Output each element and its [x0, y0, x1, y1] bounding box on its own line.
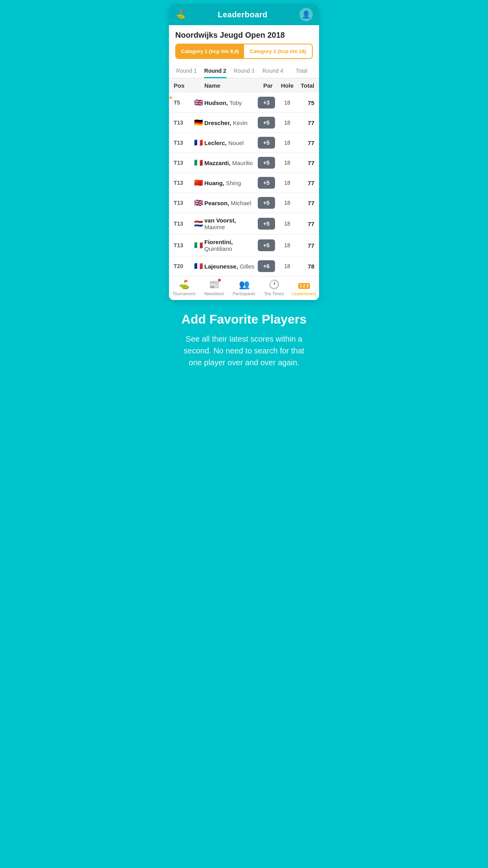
flag-cell: 🇩🇪 — [193, 118, 204, 127]
name-cell: Leclerc, Nouel — [204, 140, 258, 146]
col-header-hole: Hole — [278, 82, 296, 89]
category-tab-2[interactable]: Category 2 (hcp t/m 18) — [244, 44, 312, 58]
nav-participants[interactable]: 👥 Participants — [229, 280, 259, 296]
col-header-name: Name — [204, 82, 258, 89]
name-cell: Fiorentini, Quintiliano — [204, 239, 258, 252]
nav-leaderboard[interactable]: 1 2 3 Leaderboard — [289, 280, 319, 296]
table-row[interactable]: T13 🇫🇷 Leclerc, Nouel +5 18 77 — [169, 133, 319, 153]
nav-tournament-label: Tournament — [172, 291, 195, 296]
name-bold: Mazzanti, — [204, 160, 231, 166]
newsfeed-icon: 📰 — [209, 280, 219, 290]
name-light: Michael — [229, 200, 251, 206]
hole-cell: 18 — [278, 242, 296, 248]
flag-cell: 🇬🇧 — [193, 199, 204, 207]
nav-teetimes[interactable]: 🕐 Tee Times — [259, 280, 289, 296]
name-bold: Huang, — [204, 180, 224, 186]
hole-cell: 18 — [278, 140, 296, 146]
tab-round1[interactable]: Round 1 — [172, 64, 201, 78]
tab-round3[interactable]: Round 3 — [229, 64, 258, 78]
avatar[interactable]: 👤 — [299, 8, 313, 21]
pos-cell: T13 — [174, 242, 183, 248]
hole-cell: 18 — [278, 200, 296, 206]
par-cell: +5 — [258, 157, 278, 169]
table-row[interactable]: T13 🇩🇪 Drescher, Kevin +5 18 77 — [169, 113, 319, 133]
total-cell: 77 — [296, 242, 314, 249]
pos-cell: T13 — [174, 221, 183, 227]
par-badge: +5 — [258, 157, 275, 169]
tournament-title: Noordwijks Jeugd Open 2018 — [169, 25, 319, 44]
name-light: Maxime — [204, 224, 225, 230]
bottom-nav: ⛳ Tournament 📰 Newsfeed 👥 Participants 🕐… — [169, 276, 319, 300]
app-card: ⛳ Leaderboard 👤 Noordwijks Jeugd Open 20… — [169, 4, 319, 300]
table-row[interactable]: T20 🇫🇷 Lajeunesse, Gilles +6 18 78 — [169, 256, 319, 276]
nav-newsfeed[interactable]: 📰 Newsfeed — [199, 280, 229, 296]
col-header-pos: Pos — [174, 82, 193, 89]
tab-total[interactable]: Total — [287, 64, 316, 78]
header-title: Leaderboard — [218, 10, 268, 19]
par-badge: +5 — [258, 137, 275, 149]
participants-icon: 👥 — [239, 280, 250, 290]
name-bold: Lajeunesse, — [204, 263, 238, 270]
header-bar: ⛳ Leaderboard 👤 — [169, 4, 319, 25]
tab-round4[interactable]: Round 4 — [259, 64, 287, 78]
promo-text: See all their latest scores within a sec… — [177, 333, 311, 368]
flag-cell: 🇫🇷 — [193, 138, 204, 147]
golf-icon: ⛳ — [175, 9, 186, 20]
par-badge: +5 — [258, 177, 275, 189]
teetimes-icon: 🕐 — [269, 280, 279, 290]
leaderboard-table: ★ T5 🇬🇧 Hudson, Toby +3 18 75 T13 🇩🇪 — [169, 93, 319, 276]
nav-tournament[interactable]: ⛳ Tournament — [169, 280, 199, 296]
hole-cell: 18 — [278, 160, 296, 166]
name-cell: Pearson, Michael — [204, 200, 258, 206]
flag-cell: 🇬🇧 — [193, 98, 204, 107]
pos-cell: T13 — [174, 120, 183, 126]
promo-section: Add Favorite Players See all their lates… — [169, 300, 319, 384]
total-cell: 78 — [296, 263, 314, 270]
pos-cell: T5 — [174, 99, 180, 106]
flag-cell: 🇮🇹 — [193, 158, 204, 167]
name-bold: van Voorst, — [204, 217, 236, 224]
table-row[interactable]: T13 🇮🇹 Fiorentini, Quintiliano +5 18 77 — [169, 235, 319, 256]
nav-teetimes-label: Tee Times — [264, 291, 284, 296]
hole-cell: 18 — [278, 99, 296, 106]
table-row[interactable]: T13 🇬🇧 Pearson, Michael +5 18 77 — [169, 193, 319, 213]
par-cell: +5 — [258, 197, 278, 209]
person-icon: 👤 — [302, 10, 310, 19]
nav-participants-label: Participants — [233, 291, 255, 296]
par-badge: +6 — [258, 260, 275, 272]
par-cell: +5 — [258, 117, 278, 129]
flag-cell: 🇫🇷 — [193, 262, 204, 270]
total-cell: 77 — [296, 221, 314, 227]
promo-title: Add Favorite Players — [177, 312, 311, 327]
name-cell: Lajeunesse, Gilles — [204, 263, 258, 270]
name-bold: Leclerc, — [204, 140, 227, 146]
tournament-icon: ⛳ — [179, 280, 189, 290]
newsfeed-dot — [218, 279, 221, 281]
name-bold: Hudson, — [204, 99, 228, 106]
total-cell: 77 — [296, 180, 314, 186]
pos-cell: T13 — [174, 140, 183, 146]
table-row[interactable]: T13 🇮🇹 Mazzanti, Maurilio +5 18 77 — [169, 153, 319, 173]
table-row[interactable]: T13 🇳🇱 van Voorst, Maxime +5 18 77 — [169, 213, 319, 235]
col-header-par: Par — [258, 82, 278, 89]
pos-cell: T13 — [174, 160, 183, 166]
hole-cell: 18 — [278, 180, 296, 186]
par-cell: +5 — [258, 177, 278, 189]
par-badge: +5 — [258, 117, 275, 129]
name-cell: Drescher, Kevin — [204, 120, 258, 126]
name-bold: Pearson, — [204, 200, 229, 206]
round-tabs: Round 1 Round 2 Round 3 Round 4 Total — [169, 64, 319, 78]
table-row[interactable]: ★ T5 🇬🇧 Hudson, Toby +3 18 75 — [169, 93, 319, 113]
table-row[interactable]: T13 🇨🇳 Huang, Shing +5 18 77 — [169, 173, 319, 193]
name-light: Kevin — [231, 120, 248, 126]
nav-newsfeed-label: Newsfeed — [204, 291, 224, 296]
leaderboard-icon: 1 2 3 — [298, 280, 310, 290]
category-tab-1[interactable]: Category 1 (hcp t/m 9,9) — [176, 44, 244, 58]
hole-cell: 18 — [278, 263, 296, 269]
star-badge: ★ — [169, 94, 173, 101]
tab-round2[interactable]: Round 2 — [201, 64, 229, 78]
name-cell: Hudson, Toby — [204, 99, 258, 106]
total-cell: 77 — [296, 200, 314, 206]
name-light: Nouel — [227, 140, 244, 146]
table-header: Pos Name Par Hole Total — [169, 78, 319, 93]
